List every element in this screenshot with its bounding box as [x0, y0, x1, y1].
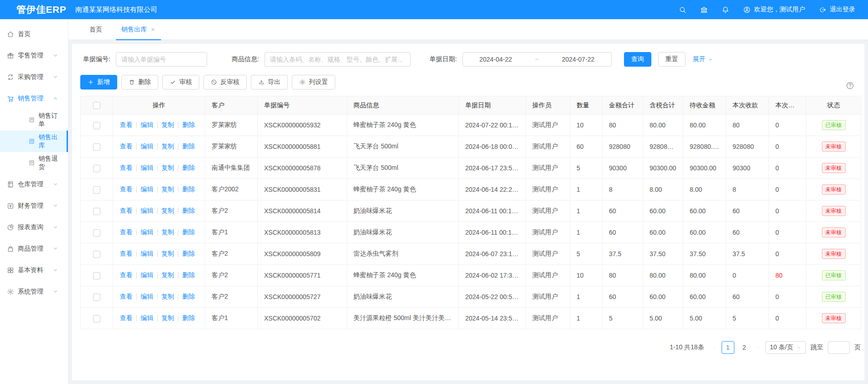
row-action-edit[interactable]: 编辑 — [140, 314, 153, 321]
row-action-copy[interactable]: 复制 — [161, 250, 174, 257]
row-action-copy[interactable]: 复制 — [161, 314, 174, 321]
row-action-edit[interactable]: 编辑 — [140, 185, 153, 193]
row-action-delete[interactable]: 删除 — [182, 185, 195, 193]
row-action-copy[interactable]: 复制 — [161, 207, 174, 214]
expand-link[interactable]: 展开 — [693, 55, 713, 63]
jump-page-input[interactable] — [828, 341, 850, 354]
sidebar-item-sales-return[interactable]: 销售退货 — [0, 152, 68, 174]
row-checkbox[interactable] — [93, 229, 100, 237]
row-action-copy[interactable]: 复制 — [161, 164, 174, 171]
row-action-view[interactable]: 查看 — [120, 142, 133, 150]
sidebar-item-purchase[interactable]: 采购管理 — [0, 66, 68, 88]
row-checkbox[interactable] — [93, 315, 100, 322]
row-action-delete[interactable]: 删除 — [182, 142, 195, 150]
sidebar-item-home[interactable]: 首页 — [0, 23, 68, 45]
row-action-delete[interactable]: 删除 — [182, 207, 195, 214]
tab-home[interactable]: 首页 — [84, 19, 108, 40]
page-size-select[interactable]: 10 条/页 — [765, 341, 806, 354]
button-label: 删除 — [138, 78, 151, 86]
row-action-view[interactable]: 查看 — [120, 121, 133, 128]
table-row: 查看|编辑|复制|删除客户1XSCK00000005813奶油味爆米花2024-… — [81, 222, 861, 243]
row-checkbox[interactable] — [93, 165, 100, 172]
row-action-delete[interactable]: 删除 — [182, 271, 195, 279]
row-action-delete[interactable]: 删除 — [182, 121, 195, 128]
row-action-edit[interactable]: 编辑 — [140, 250, 153, 257]
row-action-edit[interactable]: 编辑 — [140, 271, 153, 279]
row-action-copy[interactable]: 复制 — [161, 228, 174, 236]
row-action-copy[interactable]: 复制 — [161, 121, 174, 128]
bank-icon[interactable] — [700, 6, 708, 14]
page-number-1[interactable]: 1 — [722, 341, 734, 354]
row-action-copy[interactable]: 复制 — [161, 185, 174, 193]
row-checkbox[interactable] — [93, 208, 100, 215]
row-action-view[interactable]: 查看 — [120, 164, 133, 171]
sidebar-item-finance[interactable]: 财务管理 — [0, 195, 68, 216]
sidebar-item-sales-order[interactable]: 销售订单 — [0, 109, 68, 131]
row-action-delete[interactable]: 删除 — [182, 228, 195, 236]
row-checkbox[interactable] — [93, 294, 100, 301]
row-action-edit[interactable]: 编辑 — [140, 142, 153, 150]
delete-button[interactable]: 删除 — [121, 75, 158, 89]
row-action-delete[interactable]: 删除 — [182, 164, 195, 171]
row-action-edit[interactable]: 编辑 — [140, 207, 153, 214]
row-action-delete[interactable]: 删除 — [182, 293, 195, 300]
prev-page-icon[interactable] — [712, 345, 717, 350]
notifications-icon[interactable] — [722, 6, 729, 14]
order-no-input[interactable] — [116, 52, 207, 67]
row-action-edit[interactable]: 编辑 — [140, 293, 153, 300]
amount-cell: 80 — [603, 265, 643, 286]
row-action-copy[interactable]: 复制 — [161, 293, 174, 300]
date-range-input[interactable]: 2024-04-22 ~ 2024-07-22 — [463, 52, 612, 67]
sidebar-item-sales[interactable]: 销售管理 — [0, 88, 68, 109]
export-button[interactable]: 导出 — [251, 75, 288, 89]
reset-button[interactable]: 重置 — [658, 52, 686, 67]
row-action-edit[interactable]: 编辑 — [140, 228, 153, 236]
sidebar-item-report[interactable]: 报表查询 — [0, 216, 68, 238]
close-icon[interactable] — [151, 27, 156, 32]
row-checkbox[interactable] — [93, 186, 100, 194]
audit-button[interactable]: 审核 — [162, 75, 199, 89]
row-action-view[interactable]: 查看 — [120, 271, 133, 279]
row-action-view[interactable]: 查看 — [120, 314, 133, 321]
date-end[interactable]: 2024-07-22 — [562, 56, 595, 63]
chevron-down-icon — [53, 182, 58, 187]
sidebar-item-product[interactable]: 商品管理 — [0, 238, 68, 259]
row-action-delete[interactable]: 删除 — [182, 314, 195, 321]
row-action-copy[interactable]: 复制 — [161, 271, 174, 279]
sidebar-item-sales-outbound[interactable]: 销售出库 — [0, 131, 68, 152]
cart-icon — [7, 95, 14, 102]
row-checkbox[interactable] — [93, 251, 100, 258]
row-checkbox[interactable] — [93, 272, 100, 279]
row-action-view[interactable]: 查看 — [120, 207, 133, 214]
sidebar-item-basic[interactable]: 基本资料 — [0, 259, 68, 281]
sidebar-item-system[interactable]: 系统管理 — [0, 281, 68, 302]
search-button[interactable]: 查询 — [624, 52, 651, 67]
search-icon[interactable] — [679, 6, 686, 14]
row-action-edit[interactable]: 编辑 — [140, 121, 153, 128]
row-checkbox[interactable] — [93, 122, 100, 129]
row-action-delete[interactable]: 删除 — [182, 250, 195, 257]
chevron-up-icon — [53, 96, 58, 101]
row-action-edit[interactable]: 编辑 — [140, 164, 153, 171]
next-page-icon[interactable] — [755, 345, 761, 350]
help-icon[interactable] — [846, 81, 854, 90]
add-button[interactable]: 新增 — [80, 75, 117, 89]
app-logo: 管伊佳ERP — [0, 3, 68, 16]
row-action-view[interactable]: 查看 — [120, 293, 133, 300]
unaudit-button[interactable]: 反审核 — [203, 75, 247, 89]
row-action-view[interactable]: 查看 — [120, 228, 133, 236]
page-number-2[interactable]: 2 — [738, 341, 751, 354]
row-action-view[interactable]: 查看 — [120, 185, 133, 193]
row-checkbox[interactable] — [93, 143, 100, 151]
select-all-checkbox[interactable] — [93, 102, 100, 109]
sidebar-item-retail[interactable]: 零售管理 — [0, 45, 68, 66]
row-action-view[interactable]: 查看 — [120, 250, 133, 257]
date-start[interactable]: 2024-04-22 — [479, 56, 512, 63]
column-settings-button[interactable]: 列设置 — [292, 75, 335, 89]
product-info-input[interactable] — [265, 52, 411, 67]
user-menu[interactable]: 欢迎您，测试用户 — [743, 5, 805, 14]
logout-button[interactable]: 退出登录 — [819, 5, 855, 14]
sidebar-item-warehouse[interactable]: 仓库管理 — [0, 174, 68, 195]
tab-sales-outbound[interactable]: 销售出库 — [116, 19, 161, 40]
row-action-copy[interactable]: 复制 — [161, 142, 174, 150]
